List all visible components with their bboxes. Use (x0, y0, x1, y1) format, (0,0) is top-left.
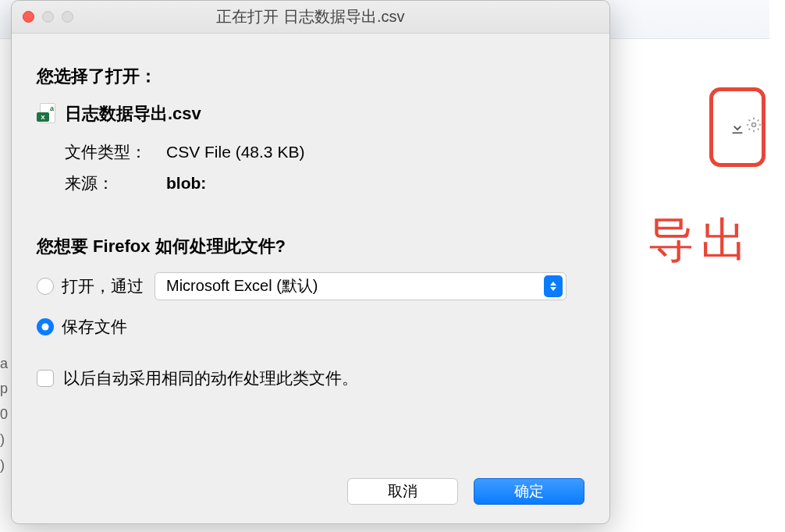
save-file-radio[interactable] (37, 318, 54, 335)
prompt-heading: 您选择了打开： (37, 65, 584, 88)
file-name: 日志数据导出.csv (65, 102, 201, 126)
background-partial-text: a p 0 ) ) (0, 351, 8, 477)
maximize-window-button[interactable] (62, 11, 73, 23)
cancel-button[interactable]: 取消 (347, 478, 458, 505)
open-with-row: 打开，通过 Microsoft Excel (默认) (37, 272, 584, 300)
dialog-footer: 取消 确定 (347, 478, 584, 505)
dialog-title: 正在打开 日志数据导出.csv (216, 6, 404, 27)
file-type-value: CSV File (48.3 KB) (166, 137, 304, 168)
download-icon[interactable] (729, 119, 746, 136)
always-action-checkbox[interactable] (37, 370, 54, 387)
export-annotation-label: 导出 (648, 209, 754, 272)
save-file-row: 保存文件 (37, 316, 584, 338)
open-with-radio[interactable] (37, 278, 54, 295)
download-dialog: 正在打开 日志数据导出.csv 您选择了打开： a 日志数据导出.csv 文件类… (11, 0, 610, 524)
dialog-titlebar: 正在打开 日志数据导出.csv (12, 1, 609, 34)
confirm-button[interactable]: 确定 (474, 478, 584, 505)
open-with-selected-value: Microsoft Excel (默认) (166, 275, 544, 296)
minimize-window-button[interactable] (42, 11, 54, 23)
file-row: a 日志数据导出.csv (37, 102, 584, 126)
open-with-select[interactable]: Microsoft Excel (默认) (155, 272, 567, 300)
source-label: 来源： (65, 168, 166, 199)
always-action-row: 以后自动采用相同的动作处理此类文件。 (37, 367, 584, 389)
dialog-body: 您选择了打开： a 日志数据导出.csv 文件类型： CSV File (48.… (12, 34, 609, 408)
source-value: blob: (166, 168, 206, 199)
select-arrows-icon (544, 275, 563, 297)
window-controls (23, 11, 73, 23)
download-highlight-box (709, 87, 765, 167)
file-type-label: 文件类型： (65, 137, 166, 168)
action-heading: 您想要 Firefox 如何处理此文件? (37, 235, 584, 258)
csv-file-icon: a (37, 103, 55, 125)
save-file-label: 保存文件 (62, 316, 127, 338)
open-with-label: 打开，通过 (62, 275, 144, 297)
always-action-label: 以后自动采用相同的动作处理此类文件。 (63, 367, 358, 389)
close-window-button[interactable] (23, 11, 34, 23)
file-meta: 文件类型： CSV File (48.3 KB) 来源： blob: (65, 137, 584, 199)
